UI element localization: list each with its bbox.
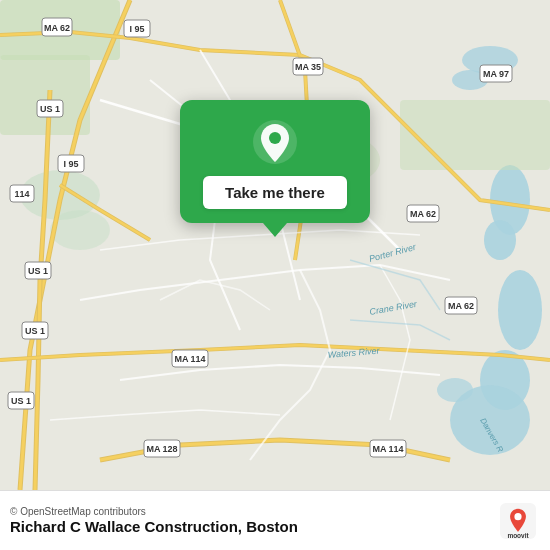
map-container: MA 62 I 95 MA 35 MA 97 US 1 I 95 114 MA … (0, 0, 550, 490)
bottom-left: © OpenStreetMap contributors Richard C W… (10, 506, 298, 535)
svg-text:I 95: I 95 (63, 159, 78, 169)
svg-point-52 (514, 513, 521, 520)
svg-text:MA 128: MA 128 (146, 444, 177, 454)
moovit-logo: moovit (500, 503, 536, 539)
svg-text:US 1: US 1 (11, 396, 31, 406)
svg-text:MA 97: MA 97 (483, 69, 509, 79)
svg-point-50 (269, 132, 281, 144)
location-pin-icon (251, 118, 299, 166)
svg-text:MA 35: MA 35 (295, 62, 321, 72)
svg-text:114: 114 (14, 189, 29, 199)
svg-text:I 95: I 95 (129, 24, 144, 34)
svg-rect-12 (0, 55, 90, 135)
svg-text:US 1: US 1 (25, 326, 45, 336)
svg-text:moovit: moovit (507, 531, 529, 538)
svg-point-10 (437, 378, 473, 402)
moovit-icon: moovit (500, 503, 536, 539)
svg-text:US 1: US 1 (28, 266, 48, 276)
bottom-bar: © OpenStreetMap contributors Richard C W… (0, 490, 550, 550)
svg-point-4 (484, 220, 516, 260)
take-me-there-button[interactable]: Take me there (203, 176, 347, 209)
svg-text:MA 62: MA 62 (448, 301, 474, 311)
popup-card: Take me there (180, 100, 370, 223)
svg-text:MA 114: MA 114 (174, 354, 205, 364)
svg-text:MA 62: MA 62 (410, 209, 436, 219)
svg-point-5 (498, 270, 542, 350)
svg-text:MA 114: MA 114 (372, 444, 403, 454)
svg-text:US 1: US 1 (40, 104, 60, 114)
osm-attribution: © OpenStreetMap contributors (10, 506, 298, 517)
location-title: Richard C Wallace Construction, Boston (10, 518, 298, 535)
svg-text:MA 62: MA 62 (44, 23, 70, 33)
svg-rect-13 (400, 100, 550, 170)
